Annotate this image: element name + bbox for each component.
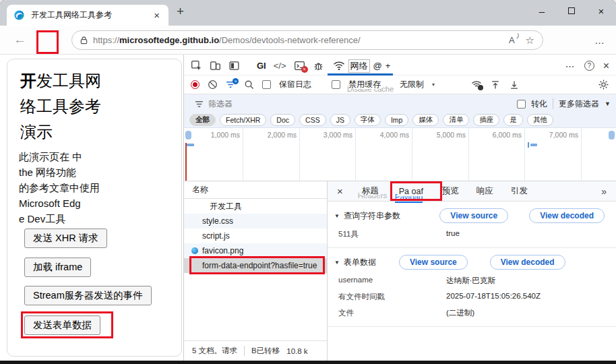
chip-font[interactable]: 字体 (355, 114, 381, 126)
tab-preview[interactable]: 预览 (442, 185, 459, 197)
debugger-bug-icon[interactable] (313, 60, 324, 71)
browser-window: 开发工具网络工具参考 × + – × ← https://microsofted… (0, 0, 616, 364)
more-filters-button[interactable]: 更多筛选器 (559, 98, 599, 110)
tab-overflow-icon[interactable]: » (601, 186, 607, 197)
tab-response[interactable]: 响应 (476, 185, 493, 197)
export-har-icon[interactable] (509, 80, 520, 90)
chip-js[interactable]: JS (330, 114, 350, 126)
webpage-viewport: 开发工具网 络工具参考 演示 此演示页在 中 the 网络功能 的参考文章中使用… (0, 55, 183, 361)
chip-other[interactable]: 其他 (527, 114, 553, 126)
timeline-request-marker (187, 144, 194, 146)
chip-all[interactable]: 全部 (189, 114, 216, 126)
read-aloud-icon[interactable]: A) (509, 35, 515, 45)
query-view-decoded-button[interactable]: View decoded (529, 208, 605, 223)
request-name-column-header[interactable]: 名称 (184, 181, 327, 199)
devtools-more-icon[interactable]: ⋯ (565, 61, 576, 71)
page-title: 开发工具网 络工具参考 演示 (20, 68, 101, 145)
timeline-overview[interactable]: 1,000 ms 2,000 ms 3,000 ms 4,000 ms 5,00… (184, 128, 616, 181)
chip-socket[interactable]: 插座 (473, 114, 499, 126)
form-view-source-button[interactable]: View source (399, 255, 468, 270)
chip-media[interactable]: 媒体 (412, 114, 439, 126)
network-conditions-icon[interactable] (471, 80, 482, 89)
timeline-tick: 3,000 ms (299, 131, 352, 139)
section-collapse-icon[interactable]: ▼ (334, 213, 340, 219)
filter-badge: × (233, 78, 239, 84)
chip-wasm[interactable]: 是 (503, 114, 523, 126)
chip-manifest[interactable]: 清单 (443, 114, 469, 126)
preserve-log-checkbox[interactable] (262, 80, 271, 89)
device-emulation-icon[interactable] (210, 60, 221, 71)
preserve-log-label: 保留日志 (279, 79, 311, 90)
tab-title: 开发工具网络工具参考 (31, 9, 146, 21)
page-paragraph: 此演示页在 中 the 网络功能 的参考文章中使用 Microsoft Edg … (19, 149, 100, 226)
filter-input[interactable] (208, 99, 343, 109)
filter-funnel-icon[interactable]: × (226, 80, 236, 89)
status-request-count: 5 文档。请求 (192, 346, 237, 356)
form-section-title: 表单数据 (344, 257, 376, 268)
request-row[interactable]: favicon.png (184, 243, 327, 258)
maximize-button[interactable] (557, 0, 586, 22)
tab-elements[interactable]: GI (257, 61, 266, 71)
chip-img[interactable]: Imp (385, 114, 409, 126)
tab-close-icon[interactable]: × (152, 9, 162, 21)
url-bar[interactable]: https://microsoftedge.github.io/Demos/de… (71, 30, 543, 50)
window-controls: – × (527, 0, 616, 26)
disable-cache-checkbox[interactable] (332, 80, 340, 89)
network-lower-area: 名称 开发工具 style.css script.js favicon.png … (184, 181, 616, 361)
section-divider (328, 247, 616, 248)
stream-sse-button[interactable]: Stream服务器发送的事件 (24, 286, 152, 305)
timeline-scroll-handle-left[interactable] (185, 131, 191, 140)
back-icon[interactable]: ← (13, 32, 26, 47)
request-row[interactable]: style.css (184, 214, 327, 229)
tab-sources-icon[interactable]: </> (274, 61, 286, 71)
send-form-data-button[interactable]: 发送表单数据 (24, 315, 100, 335)
tab-initiator[interactable]: 引发 (511, 185, 528, 197)
send-xhr-button[interactable]: 发送 XHR 请求 (24, 229, 107, 248)
request-row-selected[interactable]: form-data-endpoint?hasfile=true (184, 258, 327, 273)
timeline-request-marker (528, 142, 529, 148)
devtools-help-icon[interactable]: ? (584, 61, 594, 71)
status-size: 10.8 k (286, 347, 307, 355)
request-status-bar: 5 文档。请求 B已转移 10.8 k (184, 340, 327, 361)
devtools-close-icon[interactable]: × (603, 60, 609, 72)
invert-checkbox[interactable] (517, 100, 526, 109)
section-collapse-icon[interactable]: ▼ (334, 260, 340, 266)
chip-doc[interactable]: Doc (270, 114, 295, 126)
browser-tab[interactable]: 开发工具网络工具参考 × (7, 5, 168, 26)
request-row[interactable]: 开发工具 (184, 199, 327, 214)
tab-payload[interactable]: Payload Pa oaf (398, 187, 425, 196)
minimize-button[interactable]: – (527, 0, 557, 22)
chip-fetch-xhr[interactable]: Fetch/XHR (220, 114, 266, 126)
new-tab-button[interactable]: + (177, 4, 184, 19)
detail-close-icon[interactable]: × (337, 185, 343, 197)
timeline-load-marker (185, 143, 187, 181)
clear-icon[interactable] (208, 80, 218, 90)
settings-gear-icon[interactable] (598, 79, 609, 90)
console-icon[interactable]: × (294, 60, 305, 71)
query-view-source-button[interactable]: View source (439, 208, 508, 223)
record-icon[interactable] (191, 80, 199, 89)
query-string-section-header[interactable]: ▼ 查询字符串参数 View source View decoded (334, 208, 616, 223)
form-value: 达纳斯·巴克斯 (446, 276, 495, 286)
request-row[interactable]: script.js (184, 229, 327, 243)
dock-side-icon[interactable] (228, 60, 240, 71)
load-iframe-button[interactable]: 加载 iframe (24, 257, 91, 277)
network-conditions-gear-badge (478, 85, 483, 90)
tab-network[interactable]: 网络 @ + (332, 57, 392, 75)
timeline-scroll-handle-right[interactable] (609, 131, 615, 140)
import-har-icon[interactable] (490, 80, 501, 90)
devtools-panel: GI </> × 网络 @ + ⋯ ? × (183, 55, 616, 361)
search-icon[interactable] (244, 80, 254, 90)
chip-css[interactable]: CSS (299, 114, 326, 126)
tab-headers[interactable]: Headers 标题 (361, 185, 380, 197)
form-view-decoded-button[interactable]: View decoded (490, 255, 565, 270)
browser-more-menu-icon[interactable]: … (594, 34, 605, 46)
form-value: (二进制) (446, 308, 474, 318)
throttling-select[interactable]: 无限制 (400, 79, 424, 90)
close-button[interactable]: × (586, 0, 616, 22)
inspect-icon[interactable] (191, 60, 202, 71)
form-data-section-header[interactable]: ▼ 表单数据 View source View decoded (334, 255, 616, 270)
query-param-key: 511具 (338, 229, 446, 239)
favorites-star-icon[interactable]: ☆ (526, 34, 534, 47)
section-divider (328, 326, 616, 327)
